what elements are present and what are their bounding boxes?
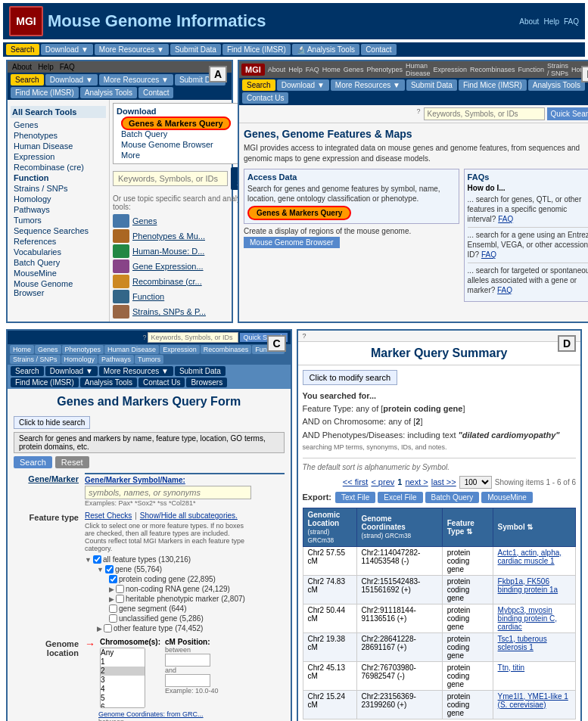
panel-b-faq[interactable]: FAQ (306, 66, 319, 73)
text-file-btn[interactable]: Text File (335, 492, 375, 503)
panel-a-nav-analysis[interactable]: Analysis Tools (80, 87, 137, 98)
non-coding-arrow[interactable]: ▶ (109, 586, 114, 593)
reset-button[interactable]: Reset (55, 456, 89, 468)
nav-submit-data[interactable]: Submit Data (170, 44, 221, 55)
gene-checkbox[interactable] (105, 565, 114, 573)
gene-link[interactable]: Yme1l1, YME1-like 1 (S. cerevisiae) (498, 692, 568, 709)
panel-a-nav-mice[interactable]: Find Mice (IMSR) (11, 87, 79, 98)
panel-b-strains-nav[interactable]: Strains / SNPs (547, 62, 568, 77)
sidebar-phenotypes[interactable]: Phenotypes (11, 130, 106, 141)
panel-b-genes-nav[interactable]: Genes (344, 66, 364, 73)
unclassified-checkbox[interactable] (109, 614, 117, 623)
cm-input-1[interactable] (165, 654, 210, 667)
sidebar-pathways[interactable]: Pathways (11, 204, 106, 215)
col-symbol[interactable]: Symbol ⇅ (493, 508, 575, 546)
excel-file-btn[interactable]: Excel File (378, 492, 422, 503)
gene-link[interactable]: Ttn, titin (498, 664, 525, 672)
dropdown-batch-query[interactable]: Batch Query (117, 129, 238, 139)
panel-b-function-nav[interactable]: Function (518, 66, 545, 73)
first-page-link[interactable]: << first (343, 477, 369, 486)
cm-input-2[interactable] (165, 674, 210, 687)
nav-search[interactable]: Search (6, 44, 39, 55)
reset-checks-btn[interactable]: Reset Checks (85, 511, 132, 520)
dropdown-genes-markers[interactable]: Genes & Markers Query (117, 118, 238, 129)
panel-b-recombinases-nav[interactable]: Recombinases (470, 66, 515, 73)
panel-a-nav-download[interactable]: Download ▼ (45, 74, 98, 85)
panel-b-analysis[interactable]: Analysis Tools (528, 79, 585, 91)
sidebar-strains[interactable]: Strains / SNPs (11, 183, 106, 194)
gene-link[interactable]: Actc1, actin, alpha, cardiac muscle 1 (498, 549, 562, 565)
panel-b-phenotypes-nav[interactable]: Phenotypes (366, 66, 403, 73)
panel-b-about[interactable]: About (268, 66, 286, 73)
faq1-link[interactable]: FAQ (498, 215, 513, 223)
sidebar-recombinase[interactable]: Recombinase (cre) (11, 162, 106, 172)
gene-arrow[interactable]: ▼ (97, 566, 104, 573)
panel-c-nav-recombinases[interactable]: Recombinases (201, 345, 252, 354)
panel-c-keyword-input[interactable] (148, 332, 238, 343)
chromosome-select[interactable]: Any 1 2 3 4 5 6 (100, 648, 145, 708)
sidebar-human-disease[interactable]: Human Disease (11, 141, 106, 151)
other-feature-arrow[interactable]: ▶ (97, 625, 102, 632)
panel-b-keyword-input[interactable] (424, 107, 545, 120)
panel-b-submit[interactable]: Submit Data (406, 79, 457, 91)
panel-c-nav-strains[interactable]: Strains / SNPs (10, 355, 61, 364)
other-feature-checkbox[interactable] (104, 624, 112, 632)
panel-a-nav-search[interactable]: Search (11, 74, 44, 85)
gene-marker-input[interactable] (85, 486, 251, 499)
panel-c-nav-human-disease[interactable]: Human Disease (104, 345, 159, 354)
show-hide-btn[interactable]: Show/Hide all subcategories. (140, 511, 238, 520)
panel-d-help-icon[interactable]: ? (303, 332, 306, 340)
heritable-arrow[interactable]: ▶ (109, 595, 114, 603)
click-hide-search[interactable]: Click to hide search (14, 416, 90, 429)
col-genomic-location[interactable]: Genomic Location(strand) GRCm38 (303, 508, 356, 546)
about-link[interactable]: About (519, 17, 539, 26)
search-button[interactable]: Search (14, 456, 52, 468)
panel-b-human-disease-nav[interactable]: Human Disease (406, 62, 431, 77)
panel-c-analysis-tab[interactable]: Analysis Tools (80, 378, 137, 387)
panel-b-contact[interactable]: Contact Us (242, 92, 288, 104)
sidebar-homology[interactable]: Homology (11, 194, 106, 204)
nav-more-resources[interactable]: More Resources ▼ (95, 44, 169, 55)
panel-a-nav-more[interactable]: More Resources ▼ (99, 74, 173, 85)
panel-c-nav-expression[interactable]: Expression (160, 345, 200, 354)
dropdown-more[interactable]: More (117, 150, 238, 160)
sidebar-function[interactable]: Function (11, 172, 106, 183)
col-genome-coords[interactable]: Genome Coordinates(strand) GRCm38 (356, 508, 442, 546)
panel-b-search[interactable]: Search (242, 79, 275, 91)
help-link[interactable]: Help (543, 17, 559, 26)
panel-c-browsers-tab[interactable]: Browsers (186, 378, 227, 387)
sidebar-vocabularies[interactable]: Vocabularies (11, 247, 106, 257)
sidebar-references[interactable]: References (11, 236, 106, 247)
keyword-search-input[interactable] (113, 171, 228, 186)
panel-c-nav-homology[interactable]: Homology (61, 355, 98, 364)
panel-a-help[interactable]: Help (38, 63, 54, 71)
panel-b-more-resources[interactable]: More Resources ▼ (331, 79, 405, 91)
per-page-select[interactable]: 100 50 25 (459, 476, 492, 489)
nav-contact[interactable]: Contact (361, 44, 396, 55)
panel-c-download-tab[interactable]: Download ▼ (45, 366, 98, 376)
panel-c-nav-phenotypes[interactable]: Phenotypes (62, 345, 104, 354)
non-coding-checkbox[interactable] (116, 585, 124, 593)
sidebar-genome-browser[interactable]: Mouse Genome Browser (11, 278, 106, 298)
dropdown-genome-browser[interactable]: Mouse Genome Browser (117, 139, 238, 150)
panel-c-nav-pathways[interactable]: Pathways (98, 355, 134, 364)
nav-download[interactable]: Download ▼ (41, 44, 93, 55)
gene-segment-checkbox[interactable] (109, 604, 117, 613)
faq3-link[interactable]: FAQ (497, 286, 512, 294)
heritable-checkbox[interactable] (116, 595, 124, 603)
batch-query-btn[interactable]: Batch Query (425, 492, 480, 503)
genes-markers-query-btn[interactable]: Genes & Markers Query (247, 206, 351, 220)
sidebar-batch-query[interactable]: Batch Query (11, 257, 106, 268)
prev-page-link[interactable]: < prev (371, 477, 394, 486)
gene-link[interactable]: Mybpc3, myosin binding protein C, cardia… (498, 606, 557, 631)
gene-link[interactable]: Fkbp1a, FK506 binding protein 1a (498, 577, 558, 594)
panel-b-home[interactable]: Home (322, 66, 341, 73)
all-features-arrow[interactable]: ▼ (85, 556, 92, 564)
faq2-link[interactable]: FAQ (481, 250, 496, 259)
last-page-link[interactable]: last >> (431, 477, 456, 486)
mousemine-btn[interactable]: MouseMine (481, 492, 533, 503)
panel-c-contact-tab[interactable]: Contact Us (138, 378, 185, 387)
panel-a-about[interactable]: About (12, 63, 32, 71)
sidebar-expression[interactable]: Expression (11, 151, 106, 162)
nav-find-mice[interactable]: Find Mice (IMSR) (222, 44, 291, 55)
